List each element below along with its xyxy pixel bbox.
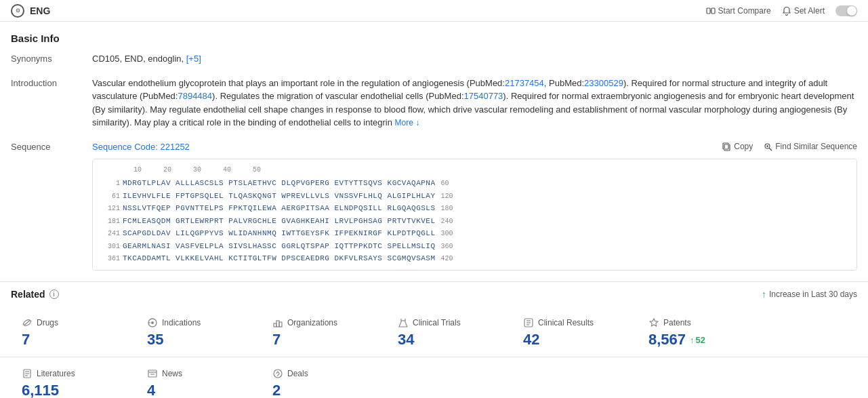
stat-increase: ↑ 52	[690, 335, 705, 345]
seq-line: 241SCAPGDLDAV LILQGPPYVS WLIDANHNMQ IWTT…	[101, 228, 848, 239]
set-alert-label: Set Alert	[794, 6, 825, 16]
header: ⊙ ENG Start Compare Set Alert	[0, 0, 868, 22]
sequence-actions: Copy Find Similar Sequence	[722, 142, 857, 151]
copy-label: Copy	[734, 142, 753, 151]
stat-label: Clinical Trials	[398, 317, 501, 328]
introduction-row: Introduction Vascular endothelium glycop…	[11, 77, 857, 130]
stat-value: 2	[272, 382, 376, 398]
seq-ruler: 10 20 30 40 50	[123, 165, 848, 175]
sequence-row: Sequence Sequence Code: 221252 Copy	[11, 140, 857, 271]
set-alert-button[interactable]: Set Alert	[782, 6, 825, 16]
trials-icon	[398, 317, 409, 328]
compare-icon	[706, 6, 716, 16]
stat-label: Literatures	[22, 368, 125, 379]
stat-label-text: Deals	[287, 369, 308, 378]
pill-icon	[22, 317, 33, 328]
seq-line-end: 180	[441, 203, 453, 214]
seq-line-data: NSSLVTFQEP PGVNTTELPS FPKTQILEWA AERGPIT…	[123, 203, 436, 214]
svg-rect-0	[707, 8, 710, 14]
seq-line: 1MDRGTLPLAV ALLLASCSLS PTSLAETHVC DLQPVG…	[101, 178, 848, 189]
header-right: Start Compare Set Alert	[706, 5, 857, 16]
seq-line-end: 300	[441, 228, 453, 239]
stat-item[interactable]: Clinical Trials 34	[387, 309, 512, 357]
synonyms-label: Synonyms	[11, 52, 92, 66]
stat-item[interactable]: Indications 35	[136, 309, 262, 357]
stat-value: 35	[147, 331, 251, 349]
patents-icon	[648, 317, 659, 328]
seq-line-end: 120	[441, 191, 453, 201]
stat-value: 42	[523, 331, 627, 349]
seq-line-end: 420	[441, 254, 453, 264]
more-link[interactable]: More ↓	[395, 118, 420, 127]
seq-line-num: 241	[101, 228, 120, 239]
stat-label: Indications	[147, 317, 251, 328]
sequence-box[interactable]: 10 20 30 40 50 1MDRGTLPLAV ALLLASCSLS PT…	[92, 159, 857, 271]
introduction-value: Vascular endothelium glycoprotein that p…	[92, 77, 857, 130]
stat-value: 7	[272, 331, 376, 349]
stat-label: Patents	[648, 317, 752, 328]
stat-item[interactable]: Clinical Results 42	[512, 309, 638, 357]
lit-icon	[22, 368, 33, 379]
find-similar-button[interactable]: Find Similar Sequence	[764, 142, 857, 151]
find-similar-icon	[764, 142, 772, 151]
stat-item[interactable]: News 4	[136, 360, 262, 398]
introduction-label: Introduction	[11, 77, 92, 130]
stat-item[interactable]: Drugs 7	[11, 309, 136, 357]
stat-label-text: Organizations	[287, 318, 337, 327]
stat-label-text: Clinical Results	[538, 318, 594, 327]
stat-label: News	[147, 368, 251, 379]
seq-line-end: 360	[441, 241, 453, 252]
intro-text-4: ). Regulates the migration of vascular e…	[212, 91, 463, 101]
stat-value: 8,567 ↑ 52	[648, 331, 752, 349]
related-header: Related i ↑ Increase in Last 30 days	[11, 289, 857, 300]
sequence-value: Sequence Code: 221252 Copy	[92, 140, 857, 271]
stat-item[interactable]: Deals 2	[262, 360, 387, 398]
stat-item[interactable]: Patents 8,567 ↑ 52	[638, 309, 763, 357]
seq-line: 301GEARMLNASI VASFVELPLA SIVSLHASSC GGRL…	[101, 241, 848, 252]
svg-rect-5	[723, 143, 728, 149]
synonyms-more-link[interactable]: [+5]	[186, 54, 201, 64]
basic-info-title: Basic Info	[11, 33, 857, 44]
header-logo: ⊙	[11, 4, 24, 18]
stat-label-text: Indications	[162, 318, 201, 327]
stat-label-text: News	[162, 369, 182, 378]
synonyms-row: Synonyms CD105, END, endoglin, [+5]	[11, 52, 857, 66]
start-compare-label: Start Compare	[718, 6, 771, 16]
stat-label-text: Drugs	[37, 318, 58, 327]
arrow-up-icon: ↑	[690, 335, 695, 345]
stat-label-text: Literatures	[37, 369, 75, 378]
pubmed-link-2[interactable]: 23300529	[584, 78, 623, 88]
seq-line-end: 60	[441, 178, 449, 188]
start-compare-button[interactable]: Start Compare	[706, 6, 771, 16]
svg-line-7	[769, 148, 772, 151]
alert-toggle[interactable]	[835, 5, 857, 16]
org-icon	[272, 317, 283, 328]
seq-line: 61ILEVHVLFLE FPTGPSQLEL TLQASKQNGT WPREV…	[101, 191, 848, 202]
stat-label-text: Patents	[663, 318, 691, 327]
pubmed-link-4[interactable]: 17540773	[464, 91, 503, 101]
pubmed-link-3[interactable]: 7894484	[178, 91, 212, 101]
related-info-icon[interactable]: i	[49, 290, 59, 299]
increase-label: ↑ Increase in Last 30 days	[762, 289, 857, 300]
news-icon	[147, 368, 158, 379]
intro-text-1: Vascular endothelium glycoprotein that p…	[92, 78, 505, 88]
stat-value: 6,115	[22, 382, 125, 398]
synonyms-text: CD105, END, endoglin,	[92, 54, 186, 64]
stats-row-2: Literatures 6,115 News 4 Deals 2	[0, 357, 868, 398]
pubmed-link-1[interactable]: 21737454	[505, 78, 544, 88]
increase-text: Increase in Last 30 days	[769, 290, 857, 299]
stat-item[interactable]: Literatures 6,115	[11, 360, 136, 398]
stat-label: Drugs	[22, 317, 125, 328]
seq-line-data: ILEVHVLFLE FPTGPSQLEL TLQASKQNGT WPREVLL…	[123, 191, 436, 202]
seq-line-num: 301	[101, 241, 120, 252]
stat-item[interactable]: Organizations 7	[262, 309, 387, 357]
alert-icon	[782, 6, 791, 16]
sequence-header: Sequence Code: 221252 Copy	[92, 140, 857, 154]
seq-line: 361TKCADDAMTL VLKKELVAHL KCTITGLTFW DPSC…	[101, 253, 848, 264]
seq-line: 121NSSLVTFQEP PGVNTTELPS FPKTQILEWA AERG…	[101, 203, 848, 214]
synonyms-value: CD105, END, endoglin, [+5]	[92, 52, 857, 66]
sequence-code[interactable]: Sequence Code: 221252	[92, 140, 190, 154]
copy-button[interactable]: Copy	[722, 142, 753, 151]
seq-line-data: MDRGTLPLAV ALLLASCSLS PTSLAETHVC DLQPVGP…	[123, 178, 436, 189]
stat-value: 4	[147, 382, 251, 398]
